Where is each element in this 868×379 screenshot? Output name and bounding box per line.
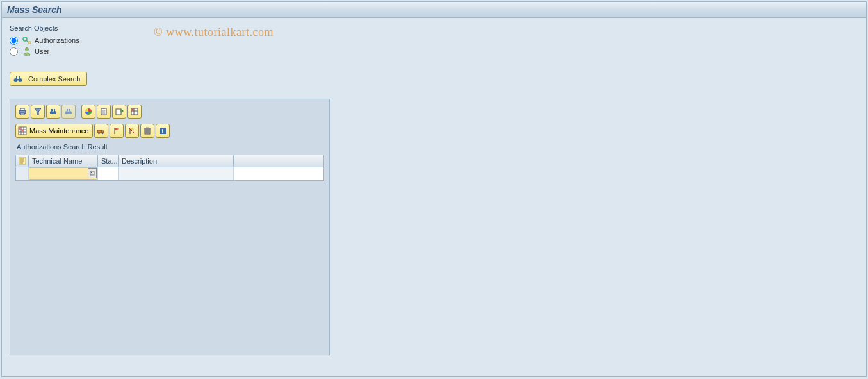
result-grid: Technical Name Sta... Description: [15, 155, 324, 181]
export-icon: [115, 107, 124, 116]
svg-rect-10: [20, 113, 24, 115]
svg-text:i: i: [162, 128, 164, 135]
radio-user[interactable]: User: [10, 47, 858, 56]
svg-rect-20: [68, 112, 70, 113]
radio-user-label: User: [35, 47, 49, 55]
svg-rect-56: [91, 172, 92, 173]
layout-button[interactable]: [127, 105, 142, 119]
svg-rect-23: [102, 108, 105, 109]
svg-rect-31: [132, 109, 134, 111]
svg-rect-6: [19, 76, 20, 79]
svg-rect-37: [19, 128, 21, 130]
print-button[interactable]: [15, 105, 29, 119]
radio-authorizations-input[interactable]: [10, 37, 18, 45]
print-icon: [18, 107, 27, 116]
svg-rect-40: [102, 131, 104, 133]
application-frame: Mass Search Search Objects Authorization…: [1, 1, 867, 377]
svg-rect-39: [97, 130, 102, 133]
filter-icon: [33, 107, 42, 116]
result-label: Authorizations Search Result: [17, 143, 324, 151]
page-title: Mass Search: [2, 2, 866, 18]
cell-status: [98, 167, 119, 180]
svg-rect-19: [69, 109, 70, 111]
svg-rect-54: [19, 158, 26, 164]
transport-icon: [97, 126, 106, 135]
flag-red-icon: [112, 126, 121, 135]
flag-yellow-icon: [127, 126, 136, 135]
svg-rect-9: [20, 108, 24, 110]
column-status[interactable]: Sta...: [98, 155, 119, 167]
svg-rect-5: [16, 76, 17, 79]
table-row: [16, 167, 323, 180]
svg-rect-1: [28, 42, 31, 44]
svg-rect-47: [144, 128, 151, 130]
select-all-icon: [19, 157, 26, 165]
flag-yellow-button[interactable]: [125, 124, 139, 138]
info-icon: i: [158, 126, 167, 135]
info-button[interactable]: i: [156, 124, 170, 138]
svg-rect-15: [53, 112, 54, 113]
clipboard-button[interactable]: [97, 105, 111, 119]
svg-point-2: [26, 48, 29, 51]
cell-technical-name: [29, 167, 98, 180]
grid-header: Technical Name Sta... Description: [16, 155, 323, 167]
grid-icon: [18, 126, 27, 135]
svg-point-42: [102, 133, 104, 135]
svg-point-41: [99, 133, 101, 135]
export-button[interactable]: [112, 105, 126, 119]
cell-description: [119, 167, 234, 180]
chart-button[interactable]: [81, 105, 95, 119]
complex-search-label: Complex Search: [28, 75, 80, 83]
value-help-icon[interactable]: [88, 168, 97, 178]
svg-rect-27: [116, 109, 121, 115]
svg-rect-18: [67, 109, 68, 111]
svg-rect-38: [22, 130, 24, 132]
find-next-button: [61, 105, 76, 119]
radio-authorizations-label: Authorizations: [35, 37, 79, 44]
row-selector[interactable]: [16, 167, 29, 180]
radio-authorizations[interactable]: Authorizations: [10, 36, 858, 45]
delete-icon: [143, 126, 152, 135]
result-panel: Mass Maintenance i Authorizations Search…: [10, 99, 330, 355]
delete-button[interactable]: [140, 124, 154, 138]
filter-button[interactable]: [31, 105, 45, 119]
toolbar-row-1: [15, 105, 324, 119]
technical-name-input[interactable]: [29, 167, 97, 180]
layout-icon: [130, 107, 139, 116]
column-select-all[interactable]: [16, 155, 29, 167]
find-icon: [49, 107, 58, 116]
find-next-icon: [64, 107, 73, 116]
toolbar-separator: [79, 105, 79, 118]
toolbar-row-2: Mass Maintenance i: [15, 124, 324, 138]
chart-icon: [84, 107, 93, 116]
flag-red-button[interactable]: [110, 124, 124, 138]
find-button[interactable]: [46, 105, 60, 119]
radio-user-input[interactable]: [10, 47, 18, 56]
authorizations-icon: [22, 36, 32, 45]
complex-search-button[interactable]: Complex Search: [10, 72, 87, 86]
content-area: Search Objects Authorizations User: [2, 18, 866, 362]
svg-rect-7: [17, 79, 19, 80]
svg-rect-48: [146, 128, 149, 129]
toolbar-separator: [145, 105, 145, 118]
search-objects-label: Search Objects: [10, 24, 858, 32]
transport-button[interactable]: [94, 124, 108, 138]
user-icon: [22, 47, 32, 56]
clipboard-icon: [99, 107, 108, 116]
column-technical-name[interactable]: Technical Name: [29, 155, 98, 167]
mass-maintenance-button[interactable]: Mass Maintenance: [15, 124, 93, 138]
column-description[interactable]: Description: [119, 155, 234, 167]
svg-rect-14: [54, 109, 55, 111]
svg-rect-13: [51, 109, 53, 111]
binoculars-icon: [13, 74, 23, 83]
mass-maintenance-label: Mass Maintenance: [29, 127, 88, 135]
